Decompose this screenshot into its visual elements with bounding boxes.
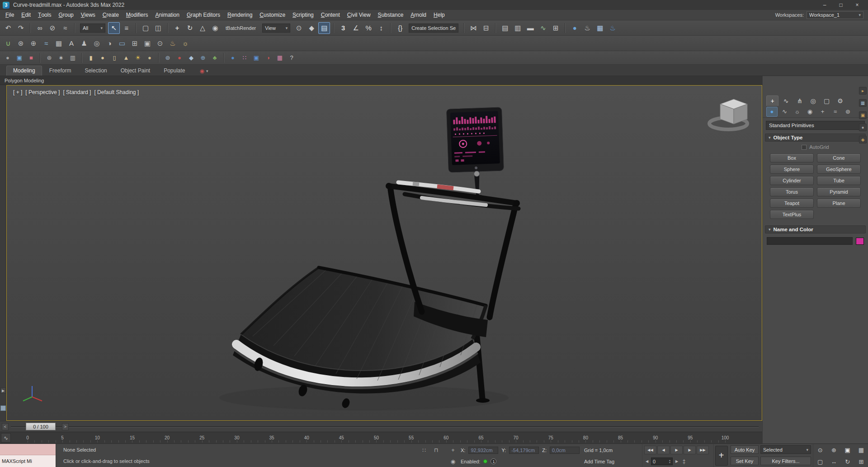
menu-group[interactable]: Group <box>55 10 77 20</box>
key-filters-button[interactable]: Key Filters... <box>760 457 811 465</box>
torus-button[interactable]: Torus <box>770 187 814 196</box>
motion-tab[interactable]: ◎ <box>807 95 819 106</box>
wire-sphere-icon[interactable]: ⊚ <box>162 52 173 63</box>
ribbon-tab-modeling[interactable]: Modeling <box>6 66 42 76</box>
select-and-rotate-icon[interactable]: ↻ <box>184 22 196 34</box>
schematic-view-icon[interactable]: ⊞ <box>550 22 561 34</box>
container-icon[interactable]: ▥ <box>67 52 78 63</box>
systems-category[interactable]: ⊚ <box>842 107 854 117</box>
frame-forward-icon[interactable]: ▶ <box>674 457 679 466</box>
redo-icon[interactable]: ↷ <box>15 22 27 34</box>
letter-a-icon[interactable]: A <box>66 38 77 49</box>
menu-arnold[interactable]: Arnold <box>407 10 430 20</box>
perspective-viewport[interactable]: [ + ][ Perspective ][ Standard ][ Defaul… <box>6 85 762 421</box>
ribbon-tab-freeform[interactable]: Freeform <box>43 66 78 76</box>
blue-sphere-icon[interactable]: ● <box>227 52 238 63</box>
set-key-button[interactable]: Set Key <box>731 457 759 465</box>
gear-icon[interactable]: ⊛ <box>15 38 27 49</box>
right-dock-icon-4[interactable]: ● <box>859 124 867 131</box>
select-by-name-icon[interactable]: ≡ <box>121 22 132 34</box>
select-and-manipulate-icon[interactable]: ◆ <box>306 22 317 34</box>
minimize-button[interactable]: – <box>816 0 833 10</box>
cylinder-button[interactable]: Cylinder <box>770 176 814 185</box>
ribbon-config-button[interactable]: ◉ ▾ <box>197 67 211 76</box>
space-warps-category[interactable]: ≈ <box>830 107 841 117</box>
textplus-button[interactable]: TextPlus <box>770 210 814 219</box>
color-dots-icon[interactable]: ∷ <box>239 52 250 63</box>
absolute-mode-toggle-icon[interactable]: + <box>448 446 458 454</box>
reference-coordinate-system-dropdown[interactable]: View▾ <box>262 24 290 33</box>
view-cube[interactable] <box>709 99 747 129</box>
add-time-tag[interactable]: Add Time Tag <box>584 459 614 464</box>
console-monitor[interactable] <box>447 107 505 200</box>
material-box-icon[interactable]: ■ <box>26 52 37 63</box>
viewport-screen-icon[interactable]: ▣ <box>14 52 25 63</box>
helpers-category[interactable]: + <box>817 107 828 117</box>
menu-scripting[interactable]: Scripting <box>289 10 317 20</box>
mini-curve-editor-button[interactable]: ∿ <box>1 433 11 443</box>
percent-snap-icon[interactable]: % <box>363 22 374 34</box>
torus-icon[interactable]: ◎ <box>91 38 103 49</box>
toggle-scene-explorer-icon[interactable]: ▤ <box>499 22 511 34</box>
pan-icon[interactable]: ↔ <box>828 457 840 467</box>
auto-key-button[interactable]: Auto Key <box>731 445 759 454</box>
tube-button[interactable]: Tube <box>817 176 861 185</box>
window-icon[interactable]: ▣ <box>142 38 153 49</box>
isolate-selection-icon[interactable]: ∷ <box>420 446 429 454</box>
right-dock-icon-1[interactable]: ▸ <box>859 87 867 95</box>
align-icon[interactable]: ⊟ <box>480 22 492 34</box>
go-to-start-button[interactable]: ◀◀ <box>644 446 656 454</box>
next-frame-arrow[interactable]: > <box>62 423 69 430</box>
select-object-icon[interactable]: ↖ <box>108 22 120 34</box>
half-sphere-icon[interactable]: ◑ <box>104 38 115 49</box>
zoom-all-icon[interactable]: ⊕ <box>828 445 840 455</box>
y-coordinate-field[interactable]: -54,179cm <box>509 447 539 454</box>
select-and-place-icon[interactable]: ◉ <box>209 22 221 34</box>
object-color-swatch[interactable] <box>856 238 864 245</box>
viewport-general-menu[interactable]: [ + ] <box>13 89 22 95</box>
script-star-icon[interactable]: ∗ <box>56 52 66 63</box>
globe-icon[interactable]: ⊕ <box>198 52 208 63</box>
workspace-dropdown[interactable]: Workspace_1 ▾ <box>807 11 863 19</box>
time-slider-handle[interactable]: 0 / 100 <box>26 423 56 430</box>
info-badge[interactable]: 1 <box>491 458 496 464</box>
teapot-icon[interactable]: ♨ <box>167 38 179 49</box>
lights-category[interactable]: ☼ <box>792 107 803 117</box>
bulb-icon[interactable]: ☼ <box>179 38 191 49</box>
unlink-selection-icon[interactable]: ⊘ <box>47 22 58 34</box>
object-name-field[interactable] <box>767 237 853 245</box>
menu-substance[interactable]: Substance <box>374 10 407 20</box>
go-to-end-button[interactable]: ▶▶ <box>697 446 709 454</box>
frame-spinner[interactable]: ▲▼ <box>669 459 671 464</box>
box-button[interactable]: Box <box>770 153 814 162</box>
cylinder-primitive-icon[interactable]: ▯ <box>109 52 120 63</box>
window-crossing-toggle-icon[interactable]: ◫ <box>152 22 164 34</box>
selection-filter-dropdown[interactable]: All▾ <box>80 24 105 33</box>
create-tab[interactable]: + <box>766 95 778 106</box>
next-frame-button[interactable]: ▶ <box>684 446 696 454</box>
named-selection-sets-dropdown[interactable]: Create Selection Se▾ <box>409 24 458 33</box>
bind-to-space-warp-icon[interactable]: ≈ <box>59 22 71 34</box>
diamond-icon[interactable]: ◆ <box>186 52 197 63</box>
menu-help[interactable]: Help <box>430 10 448 20</box>
select-and-link-icon[interactable]: ∞ <box>34 22 46 34</box>
box-primitive-icon[interactable]: ▮ <box>85 52 96 63</box>
display-tab[interactable]: ▢ <box>821 95 833 106</box>
curve-editor-icon[interactable]: ∿ <box>537 22 549 34</box>
utilities-gear-icon[interactable]: ⊛ <box>44 52 55 63</box>
selection-lock-icon[interactable]: ⊓ <box>432 446 441 454</box>
sun-light-icon[interactable]: ☀ <box>132 52 143 63</box>
viewport-render-menu[interactable]: [ Standard ] <box>63 89 91 95</box>
blue-window-icon[interactable]: ▣ <box>251 52 262 63</box>
previous-frame-arrow[interactable]: < <box>2 423 9 430</box>
play-button[interactable]: ▶ <box>670 446 683 454</box>
menu-modifiers[interactable]: Modifiers <box>123 10 152 20</box>
utilities-tab[interactable]: ⚙ <box>834 95 846 106</box>
menu-graph-editors[interactable]: Graph Editors <box>183 10 224 20</box>
primitives-dropdown[interactable]: Standard Primitives ▾ <box>766 121 865 130</box>
set-keys-button[interactable]: + <box>715 446 728 466</box>
render-setup-icon[interactable]: ♨ <box>581 22 593 34</box>
orbit-icon[interactable]: ↻ <box>842 457 854 467</box>
expand-tray-button[interactable]: ▶ <box>0 387 6 394</box>
cone-button[interactable]: Cone <box>817 153 861 162</box>
